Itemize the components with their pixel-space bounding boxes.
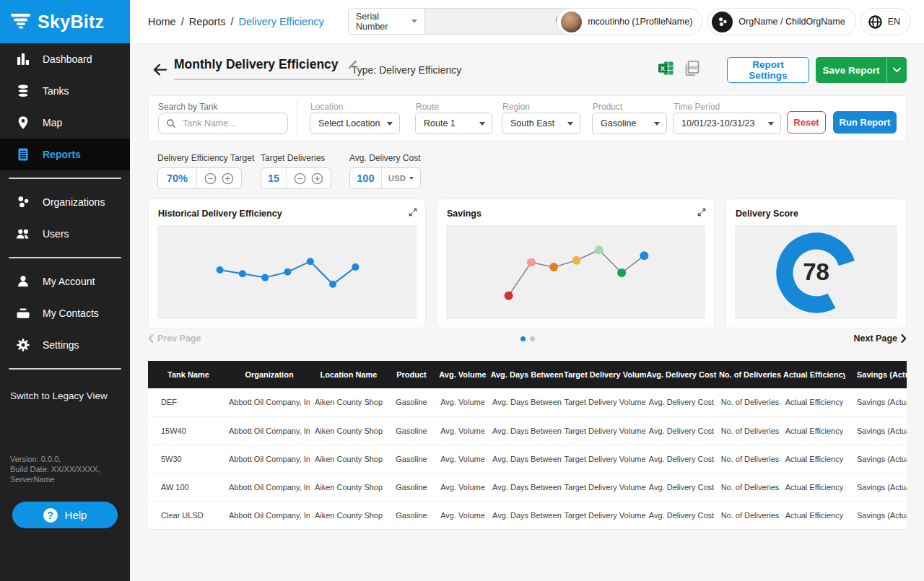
- table-row[interactable]: DEFAbbott Oil Company, Inc.Aiken County …: [148, 388, 907, 416]
- avg-delivery-cost-group: Avg. Delivery Cost 100 USD: [349, 153, 421, 189]
- breadcrumb-home[interactable]: Home: [148, 16, 176, 27]
- table-cell: Target Delivery Volume: [564, 416, 646, 445]
- org-label: OrgName / ChildOrgName: [738, 17, 845, 27]
- gauge-chart-delivery-score: 78: [735, 225, 897, 319]
- filter-bar: Search by Tank LocationSelect LocationRo…: [148, 95, 907, 141]
- pdf-export-icon[interactable]: PDF: [683, 60, 701, 77]
- chevron-down-icon: [654, 122, 660, 126]
- table-cell: Gasoline: [388, 473, 435, 501]
- sidebar-item-my-contacts[interactable]: My Contacts: [0, 297, 130, 329]
- table-cell: Aiken County Shop: [310, 388, 388, 416]
- sidebar-item-settings[interactable]: Settings: [0, 329, 130, 361]
- reports-icon: [16, 147, 30, 162]
- table-cell: Clear ULSD: [148, 501, 229, 529]
- page-dot[interactable]: [530, 336, 535, 341]
- report-settings-button[interactable]: Report Settings: [727, 57, 809, 83]
- next-page-label: Next Page: [854, 333, 897, 344]
- sidebar-item-organizations[interactable]: Organizations: [0, 186, 130, 218]
- table-row[interactable]: 5W30Abbott Oil Company, Inc.Aiken County…: [148, 445, 907, 473]
- table-cell: Abbott Oil Company, Inc.: [229, 388, 310, 416]
- profile-menu[interactable]: mcoutinho (1ProfileName): [557, 8, 703, 35]
- sidebar-item-users[interactable]: Users: [0, 218, 130, 250]
- product-select[interactable]: Gasoline: [592, 113, 667, 134]
- build-date-line: Build Date: XX/XX/XXXX,: [10, 464, 100, 474]
- table-row[interactable]: Clear ULSDAbbott Oil Company, Inc.Aiken …: [148, 501, 907, 529]
- table-cell: DEF: [148, 388, 229, 416]
- delivery-efficiency-target-group: Delivery Efficiency Target 70%: [157, 153, 254, 189]
- table-cell: Avg. Delivery Cost: [646, 445, 717, 473]
- prev-page-button[interactable]: Prev Page: [148, 333, 201, 344]
- report-title: Monthly Delivery Efficiency: [174, 57, 339, 72]
- search-category-select[interactable]: Serial Number: [349, 9, 425, 34]
- account-icon: [16, 274, 30, 289]
- table-cell: Avg. Days Between: [490, 473, 564, 501]
- table-row[interactable]: 15W40Abbott Oil Company, Inc.Aiken Count…: [148, 416, 907, 445]
- table-cell: Avg. Volume: [435, 473, 490, 501]
- target-deliveries-value[interactable]: 15: [261, 168, 287, 188]
- column-header: Location Name: [310, 361, 388, 388]
- search-icon: [166, 118, 176, 128]
- table-cell: Savings (Actual: [845, 445, 907, 473]
- users-icon: [16, 227, 30, 241]
- location-filter-label: Location: [310, 102, 343, 112]
- region-select[interactable]: South East: [502, 113, 580, 134]
- table-cell: No. of Deliveries: [717, 501, 783, 529]
- plus-stepper-icon[interactable]: [222, 172, 234, 185]
- next-page-button[interactable]: Next Page: [854, 333, 907, 344]
- plus-stepper-icon[interactable]: [311, 172, 323, 185]
- breadcrumb-current: Delivery Efficiency: [239, 16, 324, 27]
- table-cell: Target Delivery Volume: [564, 473, 646, 501]
- main-content: Monthly Delivery Efficiency Type: Delive…: [148, 43, 907, 581]
- version-line: Version: 0.0.0,: [10, 454, 100, 464]
- sidebar-item-dashboard[interactable]: Dashboard: [0, 43, 130, 75]
- language-menu[interactable]: EN: [860, 8, 911, 35]
- avg-delivery-cost-value[interactable]: 100: [350, 168, 382, 188]
- route-select[interactable]: Route 1: [415, 113, 492, 134]
- chart-title: Savings: [447, 209, 481, 219]
- sidebar-item-map[interactable]: Map: [0, 107, 130, 139]
- location-select[interactable]: Select Location: [310, 113, 400, 134]
- global-search: Serial Number: [348, 8, 578, 35]
- reset-button[interactable]: Reset: [787, 111, 826, 134]
- topbar-pills: mcoutinho (1ProfileName) OrgName / Child…: [557, 8, 911, 35]
- save-report-label[interactable]: Save Report: [816, 57, 886, 83]
- breadcrumb-reports[interactable]: Reports: [189, 16, 226, 27]
- expand-icon[interactable]: [697, 207, 707, 217]
- time-period-select[interactable]: 10/01/23-10/31/23: [673, 113, 781, 134]
- run-report-button[interactable]: Run Report: [833, 111, 897, 134]
- search-by-tank-label: Search by Tank: [158, 102, 218, 112]
- back-arrow-button[interactable]: [152, 62, 168, 78]
- chart-pagination: Prev Page Next Page: [148, 333, 907, 346]
- table-cell: Avg. Volume: [435, 501, 490, 529]
- filter-divider: [297, 101, 297, 137]
- expand-icon[interactable]: [408, 207, 418, 217]
- skybitz-logo[interactable]: SkyBitz: [0, 0, 130, 43]
- minus-stepper-icon[interactable]: [294, 172, 306, 185]
- currency-select[interactable]: USD: [382, 168, 420, 188]
- column-header: No. of Deliveries: [717, 361, 783, 388]
- table-cell: Aiken County Shop: [310, 473, 388, 501]
- legacy-view-link[interactable]: Switch to Legacy View: [0, 377, 130, 401]
- help-button[interactable]: ? Help: [12, 502, 118, 528]
- line-chart-efficiency: [157, 225, 417, 319]
- table-cell: Gasoline: [388, 445, 435, 473]
- efficiency-target-value[interactable]: 70%: [158, 168, 197, 188]
- tank-search-input[interactable]: [181, 118, 278, 129]
- save-report-dropdown[interactable]: [886, 57, 907, 83]
- table-cell: Avg. Volume: [435, 416, 490, 445]
- route-filter-label: Route: [416, 102, 439, 112]
- delivery-score-card: Delivery Score 78: [725, 198, 907, 328]
- table-cell: Actual Efficiency: [783, 416, 845, 445]
- sidebar-item-my-account[interactable]: My Account: [0, 266, 130, 297]
- sidebar-item-tanks[interactable]: Tanks: [0, 75, 130, 107]
- table-row[interactable]: AW 100Abbott Oil Company, Inc.Aiken Coun…: [148, 473, 907, 501]
- excel-export-icon[interactable]: X: [658, 60, 675, 77]
- page-dot[interactable]: [520, 336, 526, 341]
- profile-name: mcoutinho (1ProfileName): [588, 17, 692, 27]
- table-cell: Target Delivery Volume: [564, 388, 646, 416]
- sidebar-item-reports[interactable]: Reports: [0, 139, 130, 170]
- global-search-input[interactable]: [425, 9, 554, 34]
- org-menu[interactable]: OrgName / ChildOrgName: [707, 8, 855, 35]
- target-label: Delivery Efficiency Target: [157, 153, 254, 163]
- minus-stepper-icon[interactable]: [204, 172, 217, 185]
